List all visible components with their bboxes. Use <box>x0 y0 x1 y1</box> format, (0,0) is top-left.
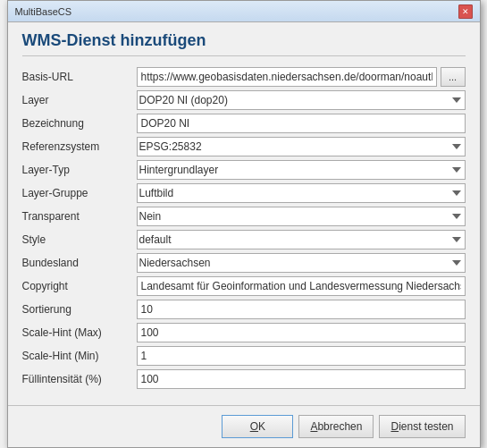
abbrechen-button[interactable]: Abbrechen <box>298 415 374 438</box>
label-transparent: Transparent <box>22 208 130 224</box>
copyright-input[interactable] <box>137 276 466 296</box>
window-title: MultiBaseCS <box>15 6 72 17</box>
label-layer-gruppe: Layer-Gruppe <box>22 185 130 201</box>
label-bundesland: Bundesland <box>22 255 130 271</box>
ok-button[interactable]: OK <box>222 415 293 438</box>
scale-hint-min-input[interactable] <box>137 346 466 366</box>
label-referenzsystem: Referenzsystem <box>22 139 130 155</box>
close-button[interactable]: ✕ <box>458 4 473 19</box>
sortierung-input[interactable] <box>137 300 466 319</box>
label-fuellintensitaet: Füllintensität (%) <box>22 371 130 387</box>
label-sortierung: Sortierung <box>22 301 130 317</box>
label-scale-hint-min: Scale-Hint (Min) <box>22 348 130 364</box>
browse-button[interactable]: ... <box>441 67 466 87</box>
layer-gruppe-select[interactable]: Luftbild <box>137 183 466 203</box>
label-layer-typ: Layer-Typ <box>22 162 130 178</box>
label-scale-hint-max: Scale-Hint (Max) <box>22 325 130 341</box>
bezeichnung-input[interactable] <box>137 114 466 133</box>
dialog-title: WMS-Dienst hinzufügen <box>22 31 466 56</box>
label-style: Style <box>22 232 130 248</box>
button-bar: OK Abbrechen Dienst testen <box>8 405 480 447</box>
scale-hint-max-input[interactable] <box>137 323 466 342</box>
label-bezeichnung: Bezeichnung <box>22 115 130 131</box>
layer-select[interactable]: DOP20 NI (dop20) <box>137 90 466 110</box>
dialog-window: MultiBaseCS ✕ WMS-Dienst hinzufügen Basi… <box>7 0 481 448</box>
basis-url-input[interactable] <box>137 67 437 87</box>
titlebar: MultiBaseCS ✕ <box>8 1 480 22</box>
transparent-select[interactable]: Nein <box>137 207 466 226</box>
referenzsystem-select[interactable]: EPSG:25832 <box>137 137 466 156</box>
basis-url-row: ... <box>137 67 466 87</box>
label-layer: Layer <box>22 92 130 108</box>
bundesland-select[interactable]: Niedersachsen <box>137 253 466 273</box>
layer-typ-select[interactable]: Hintergrundlayer <box>137 160 466 180</box>
label-basis-url: Basis-URL <box>22 69 130 85</box>
fuellintensitaet-input[interactable] <box>137 369 466 389</box>
style-select[interactable]: default <box>137 230 466 249</box>
label-copyright: Copyright <box>22 278 130 294</box>
dienst-testen-button[interactable]: Dienst testen <box>379 415 465 438</box>
form-grid: Basis-URL ... Layer DOP20 NI (dop20) Bez… <box>22 67 466 389</box>
dialog-content: WMS-Dienst hinzufügen Basis-URL ... Laye… <box>8 22 480 398</box>
